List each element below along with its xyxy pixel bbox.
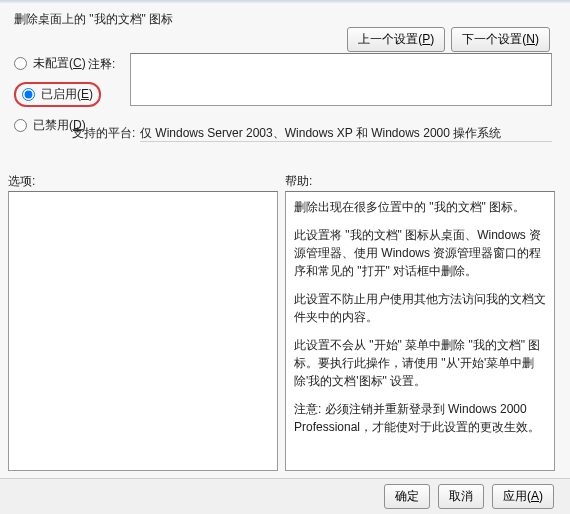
radio-enabled-input[interactable] [22,88,35,101]
help-para: 删除出现在很多位置中的 "我的文档" 图标。 [294,198,546,216]
apply-button[interactable]: 应用(A) [492,484,554,509]
help-label: 帮助: [285,173,312,190]
next-setting-button[interactable]: 下一个设置(N) [451,27,550,52]
next-label: 下一个设置( [462,32,526,46]
ok-button[interactable]: 确定 [384,484,430,509]
help-para: 此设置将 "我的文档" 图标从桌面、Windows 资源管理器、使用 Windo… [294,226,546,280]
prev-label: 上一个设置( [358,32,422,46]
radio-unconfigured-label: 未配置(C) [33,55,86,72]
divider [140,141,552,142]
page-title: 删除桌面上的 "我的文档" 图标 [14,11,173,28]
platform-label: 支持的平台: [72,125,135,142]
help-para: 注意: 必须注销并重新登录到 Windows 2000 Professional… [294,400,546,436]
highlight-enabled: 已启用(E) [14,82,101,107]
help-para: 此设置不会从 "开始" 菜单中删除 "我的文档" 图标。要执行此操作，请使用 "… [294,336,546,390]
prev-setting-button[interactable]: 上一个设置(P) [347,27,445,52]
options-box [8,191,278,471]
help-para: 此设置不防止用户使用其他方法访问我的文档文件夹中的内容。 [294,290,546,326]
radio-enabled-label: 已启用(E) [41,86,93,103]
comment-input[interactable] [130,53,552,106]
radio-disabled-input[interactable] [14,119,27,132]
radio-unconfigured-input[interactable] [14,57,27,70]
options-label: 选项: [8,173,35,190]
help-box: 删除出现在很多位置中的 "我的文档" 图标。 此设置将 "我的文档" 图标从桌面… [285,191,555,471]
platform-value: 仅 Windows Server 2003、Windows XP 和 Windo… [140,125,501,142]
cancel-button[interactable]: 取消 [438,484,484,509]
comment-label: 注释: [88,56,115,73]
